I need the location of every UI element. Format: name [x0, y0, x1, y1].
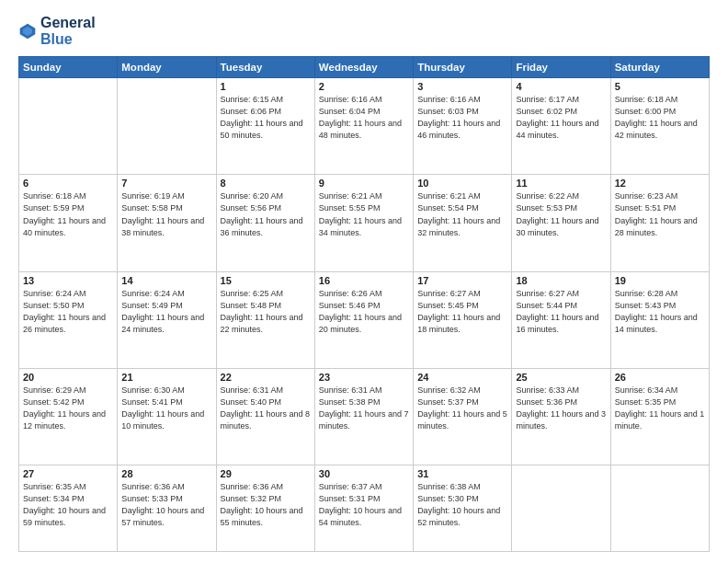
day-info: Sunrise: 6:31 AM Sunset: 5:38 PM Dayligh… — [319, 385, 409, 432]
day-info: Sunrise: 6:35 AM Sunset: 5:34 PM Dayligh… — [23, 481, 113, 529]
calendar-cell — [118, 78, 216, 175]
week-row-4: 20Sunrise: 6:29 AM Sunset: 5:42 PM Dayli… — [19, 368, 710, 465]
day-info: Sunrise: 6:24 AM Sunset: 5:50 PM Dayligh… — [23, 288, 113, 336]
calendar-cell: 11Sunrise: 6:22 AM Sunset: 5:53 PM Dayli… — [512, 175, 610, 271]
day-number: 5 — [615, 81, 705, 92]
calendar-cell: 22Sunrise: 6:31 AM Sunset: 5:40 PM Dayli… — [216, 368, 314, 465]
day-info: Sunrise: 6:30 AM Sunset: 5:41 PM Dayligh… — [121, 385, 211, 432]
calendar-cell: 1Sunrise: 6:15 AM Sunset: 6:06 PM Daylig… — [216, 78, 314, 175]
day-info: Sunrise: 6:18 AM Sunset: 5:59 PM Dayligh… — [23, 190, 113, 238]
calendar-cell: 6Sunrise: 6:18 AM Sunset: 5:59 PM Daylig… — [19, 175, 118, 271]
day-number: 4 — [516, 81, 606, 92]
day-info: Sunrise: 6:38 AM Sunset: 5:30 PM Dayligh… — [417, 481, 507, 529]
calendar-cell: 8Sunrise: 6:20 AM Sunset: 5:56 PM Daylig… — [216, 175, 314, 271]
day-number: 11 — [516, 178, 606, 189]
day-number: 29 — [221, 468, 311, 479]
day-number: 21 — [121, 372, 211, 383]
day-number: 27 — [23, 468, 113, 479]
calendar-cell: 2Sunrise: 6:16 AM Sunset: 6:04 PM Daylig… — [314, 78, 413, 175]
weekday-header-row: SundayMondayTuesdayWednesdayThursdayFrid… — [19, 57, 710, 78]
calendar-cell: 19Sunrise: 6:28 AM Sunset: 5:43 PM Dayli… — [610, 271, 709, 368]
day-number: 16 — [319, 275, 409, 286]
weekday-header-monday: Monday — [118, 57, 216, 78]
calendar-cell: 12Sunrise: 6:23 AM Sunset: 5:51 PM Dayli… — [610, 175, 709, 271]
day-info: Sunrise: 6:25 AM Sunset: 5:48 PM Dayligh… — [221, 288, 311, 336]
calendar-cell: 31Sunrise: 6:38 AM Sunset: 5:30 PM Dayli… — [414, 465, 512, 552]
day-info: Sunrise: 6:17 AM Sunset: 6:02 PM Dayligh… — [516, 94, 606, 142]
day-number: 20 — [23, 372, 113, 383]
day-info: Sunrise: 6:29 AM Sunset: 5:42 PM Dayligh… — [23, 385, 113, 432]
day-info: Sunrise: 6:20 AM Sunset: 5:56 PM Dayligh… — [221, 190, 311, 238]
logo-icon — [18, 22, 37, 40]
day-info: Sunrise: 6:21 AM Sunset: 5:55 PM Dayligh… — [319, 190, 409, 238]
calendar-cell: 5Sunrise: 6:18 AM Sunset: 6:00 PM Daylig… — [610, 78, 709, 175]
day-number: 3 — [417, 81, 507, 92]
page: General Blue SundayMondayTuesdayWednesda… — [0, 0, 728, 563]
weekday-header-thursday: Thursday — [414, 57, 512, 78]
calendar-cell — [512, 465, 610, 552]
weekday-header-friday: Friday — [512, 57, 610, 78]
calendar-cell: 28Sunrise: 6:36 AM Sunset: 5:33 PM Dayli… — [118, 465, 216, 552]
week-row-2: 6Sunrise: 6:18 AM Sunset: 5:59 PM Daylig… — [19, 175, 710, 271]
day-info: Sunrise: 6:16 AM Sunset: 6:03 PM Dayligh… — [417, 94, 507, 142]
day-number: 28 — [121, 468, 211, 479]
week-row-5: 27Sunrise: 6:35 AM Sunset: 5:34 PM Dayli… — [19, 465, 710, 552]
day-number: 14 — [121, 275, 211, 286]
day-info: Sunrise: 6:37 AM Sunset: 5:31 PM Dayligh… — [319, 481, 409, 529]
calendar-cell: 10Sunrise: 6:21 AM Sunset: 5:54 PM Dayli… — [414, 175, 512, 271]
day-info: Sunrise: 6:32 AM Sunset: 5:37 PM Dayligh… — [417, 385, 507, 432]
weekday-header-tuesday: Tuesday — [216, 57, 314, 78]
calendar-cell: 15Sunrise: 6:25 AM Sunset: 5:48 PM Dayli… — [216, 271, 314, 368]
day-info: Sunrise: 6:16 AM Sunset: 6:04 PM Dayligh… — [319, 94, 409, 142]
day-number: 31 — [417, 468, 507, 479]
calendar-cell: 17Sunrise: 6:27 AM Sunset: 5:45 PM Dayli… — [414, 271, 512, 368]
day-number: 10 — [417, 178, 507, 189]
calendar-cell — [610, 465, 709, 552]
week-row-1: 1Sunrise: 6:15 AM Sunset: 6:06 PM Daylig… — [19, 78, 710, 175]
day-info: Sunrise: 6:31 AM Sunset: 5:40 PM Dayligh… — [221, 385, 311, 432]
day-number: 24 — [417, 372, 507, 383]
weekday-header-sunday: Sunday — [19, 57, 118, 78]
day-info: Sunrise: 6:36 AM Sunset: 5:33 PM Dayligh… — [121, 481, 211, 529]
day-number: 22 — [221, 372, 311, 383]
day-info: Sunrise: 6:26 AM Sunset: 5:46 PM Dayligh… — [319, 288, 409, 336]
day-number: 12 — [615, 178, 705, 189]
day-info: Sunrise: 6:36 AM Sunset: 5:32 PM Dayligh… — [221, 481, 311, 529]
calendar-cell: 26Sunrise: 6:34 AM Sunset: 5:35 PM Dayli… — [610, 368, 709, 465]
calendar-cell: 18Sunrise: 6:27 AM Sunset: 5:44 PM Dayli… — [512, 271, 610, 368]
calendar-cell: 30Sunrise: 6:37 AM Sunset: 5:31 PM Dayli… — [314, 465, 413, 552]
day-number: 15 — [221, 275, 311, 286]
calendar-cell: 7Sunrise: 6:19 AM Sunset: 5:58 PM Daylig… — [118, 175, 216, 271]
day-info: Sunrise: 6:28 AM Sunset: 5:43 PM Dayligh… — [615, 288, 705, 336]
weekday-header-saturday: Saturday — [610, 57, 709, 78]
weekday-header-wednesday: Wednesday — [314, 57, 413, 78]
calendar-cell: 21Sunrise: 6:30 AM Sunset: 5:41 PM Dayli… — [118, 368, 216, 465]
calendar-cell: 27Sunrise: 6:35 AM Sunset: 5:34 PM Dayli… — [19, 465, 118, 552]
day-info: Sunrise: 6:34 AM Sunset: 5:35 PM Dayligh… — [615, 385, 705, 432]
calendar-cell: 13Sunrise: 6:24 AM Sunset: 5:50 PM Dayli… — [19, 271, 118, 368]
day-info: Sunrise: 6:33 AM Sunset: 5:36 PM Dayligh… — [516, 385, 606, 432]
day-info: Sunrise: 6:22 AM Sunset: 5:53 PM Dayligh… — [516, 190, 606, 238]
calendar-cell: 24Sunrise: 6:32 AM Sunset: 5:37 PM Dayli… — [414, 368, 512, 465]
calendar-cell: 20Sunrise: 6:29 AM Sunset: 5:42 PM Dayli… — [19, 368, 118, 465]
day-number: 7 — [121, 178, 211, 189]
logo-text: General Blue — [40, 15, 96, 47]
day-number: 13 — [23, 275, 113, 286]
day-number: 30 — [319, 468, 409, 479]
calendar-cell: 4Sunrise: 6:17 AM Sunset: 6:02 PM Daylig… — [512, 78, 610, 175]
day-number: 25 — [516, 372, 606, 383]
calendar-cell: 16Sunrise: 6:26 AM Sunset: 5:46 PM Dayli… — [314, 271, 413, 368]
day-number: 19 — [615, 275, 705, 286]
day-number: 17 — [417, 275, 507, 286]
calendar-cell: 29Sunrise: 6:36 AM Sunset: 5:32 PM Dayli… — [216, 465, 314, 552]
day-info: Sunrise: 6:23 AM Sunset: 5:51 PM Dayligh… — [615, 190, 705, 238]
calendar-cell: 14Sunrise: 6:24 AM Sunset: 5:49 PM Dayli… — [118, 271, 216, 368]
day-info: Sunrise: 6:18 AM Sunset: 6:00 PM Dayligh… — [615, 94, 705, 142]
calendar-cell: 3Sunrise: 6:16 AM Sunset: 6:03 PM Daylig… — [414, 78, 512, 175]
day-info: Sunrise: 6:27 AM Sunset: 5:45 PM Dayligh… — [417, 288, 507, 336]
week-row-3: 13Sunrise: 6:24 AM Sunset: 5:50 PM Dayli… — [19, 271, 710, 368]
calendar-cell: 25Sunrise: 6:33 AM Sunset: 5:36 PM Dayli… — [512, 368, 610, 465]
day-number: 23 — [319, 372, 409, 383]
day-info: Sunrise: 6:24 AM Sunset: 5:49 PM Dayligh… — [121, 288, 211, 336]
day-number: 9 — [319, 178, 409, 189]
